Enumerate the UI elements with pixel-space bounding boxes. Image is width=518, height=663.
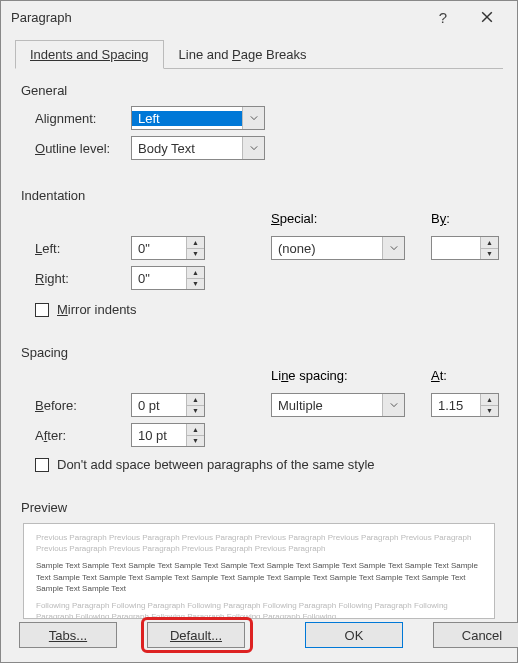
tabs-button[interactable]: Tabs... (19, 622, 117, 648)
right-indent-value: 0" (132, 271, 186, 286)
special-select[interactable]: (none) (271, 236, 405, 260)
preview-box: Previous Paragraph Previous Paragraph Pr… (23, 523, 495, 619)
before-value: 0 pt (132, 398, 186, 413)
line-spacing-label: Line spacing: (271, 368, 431, 383)
line-spacing-value: Multiple (272, 398, 382, 413)
cancel-button-label: Cancel (462, 628, 502, 643)
window-title: Paragraph (11, 10, 421, 25)
section-general: General (21, 83, 517, 98)
chevron-down-icon (242, 137, 264, 159)
preview-following: Following Paragraph Following Paragraph … (36, 600, 482, 619)
spin-buttons[interactable]: ▲▼ (186, 424, 204, 446)
tab-indents-label: Indents and Spacing (30, 47, 149, 62)
dont-add-space-label: Don't add space between paragraphs of th… (57, 457, 375, 472)
help-button[interactable]: ? (421, 3, 465, 31)
default-button-label: Default... (170, 628, 222, 643)
spin-buttons[interactable]: ▲▼ (480, 237, 498, 259)
by-label: By: (431, 211, 497, 226)
at-spinner[interactable]: 1.15▲▼ (431, 393, 499, 417)
preview-sample: Sample Text Sample Text Sample Text Samp… (36, 560, 482, 594)
right-indent-spinner[interactable]: 0"▲▼ (131, 266, 205, 290)
ok-button[interactable]: OK (305, 622, 403, 648)
default-button[interactable]: Default... (147, 622, 245, 648)
special-value: (none) (272, 241, 382, 256)
tab-line-page-breaks[interactable]: Line and Page Breaks (164, 40, 322, 69)
tab-strip: Indents and Spacing Line and Page Breaks (15, 39, 503, 69)
paragraph-dialog: Paragraph ? Indents and Spacing Line and… (0, 0, 518, 663)
tabs-button-label: Tabs... (49, 628, 87, 643)
at-value: 1.15 (432, 398, 480, 413)
tab-breaks-post: age Breaks (241, 47, 307, 62)
spin-buttons[interactable]: ▲▼ (186, 394, 204, 416)
after-label: After: (35, 428, 131, 443)
tab-breaks-pre: Line and (179, 47, 233, 62)
spin-buttons[interactable]: ▲▼ (480, 394, 498, 416)
ok-button-label: OK (345, 628, 364, 643)
spin-buttons[interactable]: ▲▼ (186, 267, 204, 289)
outline-value: Body Text (132, 141, 242, 156)
alignment-label: Alignment: (35, 111, 131, 126)
section-indentation: Indentation (21, 188, 517, 203)
preview-previous: Previous Paragraph Previous Paragraph Pr… (36, 532, 482, 554)
chevron-down-icon (382, 237, 404, 259)
outline-select[interactable]: Body Text (131, 136, 265, 160)
before-spinner[interactable]: 0 pt▲▼ (131, 393, 205, 417)
mirror-indents-label: Mirror indents (57, 302, 136, 317)
mirror-indents-checkbox[interactable] (35, 303, 49, 317)
spin-buttons[interactable]: ▲▼ (186, 237, 204, 259)
left-indent-value: 0" (132, 241, 186, 256)
chevron-down-icon (382, 394, 404, 416)
left-indent-spinner[interactable]: 0"▲▼ (131, 236, 205, 260)
line-spacing-select[interactable]: Multiple (271, 393, 405, 417)
left-label: Left: (35, 241, 131, 256)
before-label: Before: (35, 398, 131, 413)
close-button[interactable] (465, 3, 509, 31)
after-spinner[interactable]: 10 pt▲▼ (131, 423, 205, 447)
tab-indents-spacing[interactable]: Indents and Spacing (15, 40, 164, 69)
alignment-value: Left (132, 111, 242, 126)
by-spinner[interactable]: ▲▼ (431, 236, 499, 260)
right-label: Right: (35, 271, 131, 286)
button-bar: Tabs... Default... OK Cancel (1, 622, 517, 648)
special-label: Special: (271, 211, 431, 226)
outline-label: Outline level: (35, 141, 131, 156)
cancel-button[interactable]: Cancel (433, 622, 518, 648)
titlebar: Paragraph ? (1, 1, 517, 33)
section-preview: Preview (21, 500, 517, 515)
alignment-select[interactable]: Left (131, 106, 265, 130)
dont-add-space-checkbox[interactable] (35, 458, 49, 472)
chevron-down-icon (242, 107, 264, 129)
at-label: At: (431, 368, 497, 383)
tab-breaks-u: P (232, 47, 241, 62)
section-spacing: Spacing (21, 345, 517, 360)
after-value: 10 pt (132, 428, 186, 443)
